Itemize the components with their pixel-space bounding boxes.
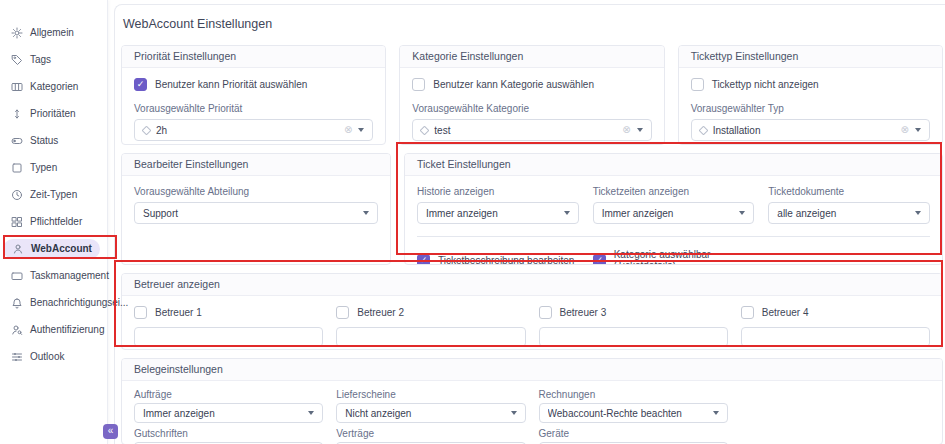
- abteilung-select[interactable]: Support: [134, 202, 378, 224]
- sidebar-item-tags[interactable]: Tags: [0, 46, 107, 73]
- chevron-down-icon: [363, 211, 369, 215]
- clock-icon: [11, 189, 23, 201]
- checkbox-label: Tickettyp nicht anzeigen: [712, 79, 819, 90]
- chevron-down-icon: [358, 128, 364, 132]
- card-title: Belegeinstellungen: [122, 359, 942, 381]
- sidebar-item-zeit-typen[interactable]: Zeit-Typen: [0, 181, 107, 208]
- field-label: Verträge: [336, 428, 525, 439]
- sliders-icon: [11, 351, 23, 363]
- select-value: Immer anzeigen: [143, 408, 302, 419]
- card-title: Ticket Einstellungen: [405, 154, 942, 176]
- sidebar-item-label: Status: [30, 135, 58, 146]
- betreuer3-input[interactable]: [539, 327, 728, 347]
- divider: [417, 236, 930, 237]
- card-title: Tickettyp Einstellungen: [679, 46, 942, 68]
- ticketzeiten-select[interactable]: Immer anzeigen: [593, 202, 755, 224]
- bell-icon: [11, 297, 23, 309]
- sidebar-item-label: WebAccount: [31, 243, 92, 254]
- sidebar-item-prioritaeten[interactable]: Prioritäten: [0, 100, 107, 127]
- field-label: Rechnungen: [539, 389, 728, 400]
- sidebar-item-authentifizierung[interactable]: Authentifizierung: [0, 316, 107, 343]
- prioritaet-select[interactable]: 2h ⊗: [134, 119, 373, 141]
- tickettyp-select[interactable]: Installation ⊗: [691, 119, 930, 141]
- lieferscheine-select[interactable]: Nicht anzeigen: [336, 403, 525, 423]
- sidebar-item-pflichtfelder[interactable]: Pflichtfelder: [0, 208, 107, 235]
- clear-icon[interactable]: ⊗: [622, 125, 630, 135]
- field-label: Lieferscheine: [336, 389, 525, 400]
- sidebar-item-taskmanagement[interactable]: Taskmanagement: [0, 262, 107, 289]
- kategorie-select[interactable]: test ⊗: [412, 119, 651, 141]
- checkbox-label: Betreuer 1: [155, 307, 202, 318]
- sidebar-item-status[interactable]: Status: [0, 127, 107, 154]
- page-title: WebAccount Einstellungen: [123, 17, 943, 31]
- betreuer4-checkbox[interactable]: [741, 306, 754, 319]
- card-title: Betreuer anzeigen: [122, 274, 942, 296]
- chevron-down-icon: [564, 211, 570, 215]
- historie-select[interactable]: Immer anzeigen: [417, 202, 579, 224]
- prioritaet-checkbox[interactable]: [134, 78, 147, 91]
- tickettyp-checkbox[interactable]: [691, 78, 704, 91]
- checkbox-label: Benutzer kann Kategorie auswählen: [433, 79, 594, 90]
- sidebar-item-label: Benachrichtigungsei...: [30, 297, 128, 308]
- sidebar-item-label: Zeit-Typen: [30, 189, 77, 200]
- chevron-down-icon: [915, 128, 921, 132]
- card-title: Kategorie Einstellungen: [400, 46, 663, 68]
- grid-icon: [11, 216, 23, 228]
- sidebar-collapse-button[interactable]: «: [103, 424, 118, 439]
- field-label: Vorausgewählte Priorität: [134, 103, 373, 114]
- auftraege-select[interactable]: Immer anzeigen: [134, 403, 323, 423]
- diamond-icon: [420, 125, 430, 135]
- sidebar-item-label: Allgemein: [30, 27, 74, 38]
- clear-icon[interactable]: ⊗: [344, 125, 352, 135]
- chevron-down-icon: [511, 411, 517, 415]
- checkbox-label: Betreuer 3: [560, 307, 607, 318]
- sidebar-item-label: Authentifizierung: [30, 324, 105, 335]
- select-value: Immer anzeigen: [602, 208, 734, 219]
- sidebar-item-benachrichtigung[interactable]: Benachrichtigungsei...: [0, 289, 107, 316]
- field-label: Vorausgewählter Typ: [691, 103, 930, 114]
- columns-icon: [11, 81, 23, 93]
- checkbox-label: Benutzer kann Priorität auswählen: [155, 79, 307, 90]
- sidebar-item-label: Outlook: [30, 351, 64, 362]
- sidebar-item-webaccount[interactable]: WebAccount: [0, 235, 107, 262]
- ticket-card: Ticket Einstellungen Historie anzeigen I…: [404, 153, 943, 265]
- sidebar-item-kategorien[interactable]: Kategorien: [0, 73, 107, 100]
- diamond-icon: [142, 125, 152, 135]
- sidebar: Allgemein Tags Kategorien Prioritäten St…: [0, 0, 108, 444]
- card-title: Priorität Einstellungen: [122, 46, 385, 68]
- betreuer1-input[interactable]: [134, 327, 323, 347]
- clear-icon[interactable]: ⊗: [901, 125, 909, 135]
- betreuer2-checkbox[interactable]: [336, 306, 349, 319]
- diamond-icon: [698, 125, 708, 135]
- ticketbeschreibung-checkbox[interactable]: [417, 254, 430, 266]
- board-icon: [11, 270, 23, 282]
- sidebar-item-label: Tags: [30, 54, 51, 65]
- betreuer3-checkbox[interactable]: [539, 306, 552, 319]
- sidebar-item-allgemein[interactable]: Allgemein: [0, 19, 107, 46]
- field-label: Ticketzeiten anzeigen: [593, 186, 755, 197]
- select-value: Installation: [713, 125, 895, 136]
- bearbeiter-card: Bearbeiter Einstellungen Vorausgewählte …: [121, 153, 391, 265]
- toggle-icon: [11, 135, 23, 147]
- tickettyp-card: Tickettyp Einstellungen Tickettyp nicht …: [678, 45, 943, 145]
- kategorie-card: Kategorie Einstellungen Benutzer kann Ka…: [399, 45, 664, 145]
- betreuer1-checkbox[interactable]: [134, 306, 147, 319]
- select-value: alle anzeigen: [777, 208, 909, 219]
- field-label: Ticketdokumente: [768, 186, 930, 197]
- chevron-down-icon: [713, 411, 719, 415]
- ticketdokumente-select[interactable]: alle anzeigen: [768, 202, 930, 224]
- chevron-down-icon: [739, 211, 745, 215]
- field-label: Vorausgewählte Abteilung: [134, 186, 378, 197]
- user-icon: [12, 243, 24, 255]
- kategorie-checkbox[interactable]: [412, 78, 425, 91]
- main-panel: WebAccount Einstellungen Priorität Einst…: [114, 4, 945, 444]
- checkbox-label: Kategorie auswählbar (Ticketdetails): [614, 249, 755, 265]
- sidebar-item-typen[interactable]: Typen: [0, 154, 107, 181]
- betreuer2-input[interactable]: [336, 327, 525, 347]
- prioritaet-card: Priorität Einstellungen Benutzer kann Pr…: [121, 45, 386, 145]
- rechnungen-select[interactable]: Webaccount-Rechte beachten: [539, 403, 728, 423]
- betreuer4-input[interactable]: [741, 327, 930, 347]
- sidebar-item-outlook[interactable]: Outlook: [0, 343, 107, 370]
- select-value: Immer anzeigen: [426, 208, 558, 219]
- kategorie-auswaehlbar-checkbox[interactable]: [593, 254, 606, 266]
